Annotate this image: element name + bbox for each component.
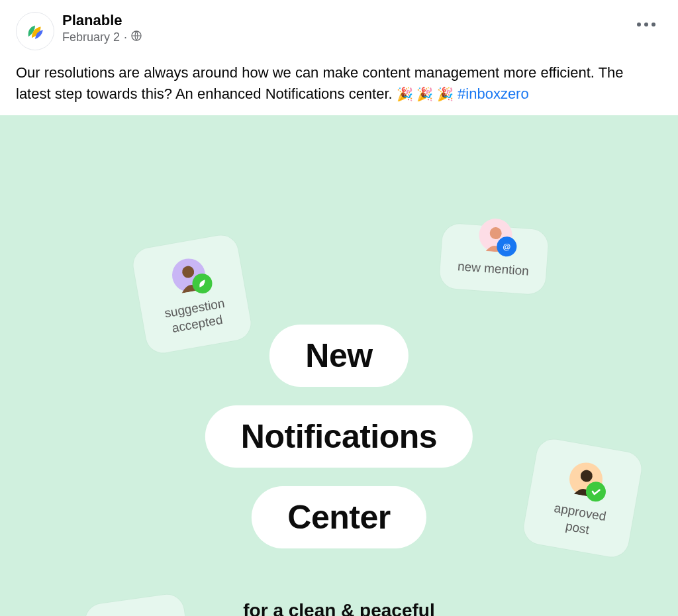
planable-logo-icon — [24, 20, 46, 42]
hero-title-stack: New Notifications Center — [205, 325, 473, 548]
card-label: approved post — [540, 498, 618, 542]
globe-icon[interactable] — [131, 30, 142, 44]
tagline-line-1: for a clean & peaceful — [243, 597, 434, 616]
post-body: Our resolutions are always around how we… — [0, 57, 678, 115]
at-icon: @ — [496, 236, 517, 257]
card-approved-post: approved post — [521, 436, 644, 559]
card-jane-joined: Jane joined Workspace — [83, 592, 197, 616]
svg-point-1 — [181, 265, 195, 279]
hashtag-link[interactable]: #inboxzero — [458, 85, 529, 102]
card-label: new mention — [457, 258, 529, 279]
author-name[interactable]: Planable — [62, 12, 633, 29]
post-image[interactable]: New Notifications Center for a clean & p… — [0, 115, 678, 616]
author-avatar[interactable] — [16, 12, 54, 50]
post-submeta: February 2 · — [62, 30, 633, 44]
social-post: Planable February 2 · Our resolutions ar… — [0, 0, 678, 616]
post-body-text: Our resolutions are always around how we… — [16, 64, 624, 102]
svg-text:@: @ — [503, 242, 511, 252]
card-suggestion-accepted: suggestion accepted — [130, 232, 253, 355]
hero-pill-1: New — [269, 325, 408, 387]
hero-tagline: for a clean & peaceful "Inbox zero" mome… — [243, 597, 434, 616]
post-date[interactable]: February 2 — [62, 30, 120, 44]
svg-point-2 — [489, 227, 502, 239]
post-meta: Planable February 2 · — [62, 12, 633, 44]
more-options-button[interactable] — [633, 19, 659, 30]
hero-pill-3: Center — [252, 486, 426, 548]
post-header: Planable February 2 · — [0, 0, 678, 57]
card-label: suggestion accepted — [157, 294, 236, 338]
card-new-mention: @ new mention — [439, 223, 549, 295]
svg-point-4 — [579, 469, 593, 483]
dot-separator: · — [124, 30, 127, 44]
hero-pill-2: Notifications — [205, 405, 473, 468]
party-emoji: 🎉 🎉 🎉 — [397, 87, 454, 101]
